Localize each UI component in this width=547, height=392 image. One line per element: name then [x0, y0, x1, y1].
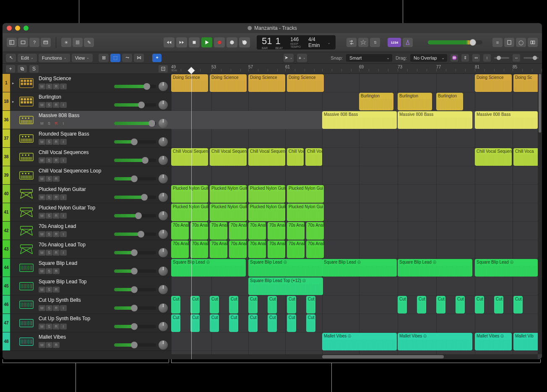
mute-button[interactable]: M — [39, 84, 45, 89]
region[interactable]: Cut — [229, 296, 238, 314]
track-header-row[interactable]: 37 Rounded Square Bass M S R I — [3, 129, 171, 148]
region[interactable]: Mallet Vibes ⦾ — [475, 333, 512, 350]
pan-knob[interactable] — [159, 248, 168, 257]
pan-knob[interactable] — [159, 82, 168, 91]
region-row[interactable]: Plucked Nylon GuitPlucked Nylon GuitPluc… — [171, 185, 542, 203]
horizontal-zoom-button[interactable]: ⇔ — [472, 54, 480, 62]
region[interactable]: Plucked Nylon Guit — [210, 185, 247, 203]
region[interactable]: Cut — [436, 296, 445, 314]
left-tool[interactable]: +⌄ — [297, 54, 307, 62]
lcd-dropdown-icon[interactable]: ⌄ — [327, 40, 331, 45]
record-enable-button[interactable]: R — [53, 194, 60, 200]
track-icon[interactable] — [16, 332, 37, 350]
editor-button[interactable]: ✎ — [84, 38, 94, 47]
region-row[interactable]: BurlingtonBurlingtonBurlington — [171, 92, 542, 111]
region-row[interactable]: Doing ScienceDoing ScienceDoing ScienceD… — [171, 74, 542, 92]
track-name[interactable]: Cut Up Synth Bells — [39, 297, 168, 303]
solo-button[interactable]: S — [46, 268, 52, 274]
track-number[interactable]: 36 — [3, 111, 10, 129]
volume-slider[interactable] — [114, 122, 156, 125]
pan-knob[interactable] — [159, 119, 168, 128]
region[interactable]: Square Blip Lead ⦾ — [248, 259, 323, 277]
track-name[interactable]: Massive 808 Bass — [39, 112, 168, 118]
record-enable-button[interactable]: R — [53, 84, 60, 89]
back-button[interactable]: ↖ — [6, 54, 16, 62]
region[interactable]: Cut — [190, 296, 200, 314]
track-header-row[interactable]: 39 Chill Vocal Sequences Loop M S R — [3, 166, 171, 185]
track-name[interactable]: Chill Vocal Sequences — [39, 149, 168, 155]
vertical-scrollbar[interactable] — [538, 74, 542, 354]
region[interactable]: Cut — [287, 296, 296, 314]
pan-knob[interactable] — [159, 100, 168, 110]
metronome-button[interactable] — [403, 38, 413, 47]
input-monitor-button[interactable]: I — [60, 139, 67, 145]
loop-browser-button[interactable]: ◯ — [516, 38, 526, 47]
track-name[interactable]: 70s Analog Lead — [39, 223, 168, 229]
track-icon[interactable] — [16, 92, 37, 110]
notepad-button[interactable] — [504, 38, 514, 47]
volume-slider[interactable] — [114, 85, 156, 88]
region[interactable]: Chill Vocal Sequen — [210, 148, 247, 166]
region[interactable]: 70s Anal — [210, 222, 227, 240]
region-row[interactable]: CutCutCutCutCutCutCutCut — [171, 314, 542, 332]
region[interactable]: Doing Science — [475, 74, 512, 92]
disclosure-icon[interactable]: ▸ — [10, 92, 16, 110]
pan-knob[interactable] — [159, 322, 168, 331]
region[interactable]: Cut — [229, 314, 238, 332]
minimize-window-button[interactable] — [15, 26, 20, 31]
region[interactable]: Cut — [248, 314, 258, 332]
region-row[interactable]: Mallet Vibes ⦾Mallet Vibes ⦾Mallet Vibes… — [171, 332, 542, 351]
region[interactable]: Mallet Vibes ⦾ — [322, 333, 397, 350]
volume-slider[interactable] — [114, 103, 156, 107]
catch-playhead-button[interactable]: ✦ — [152, 54, 161, 62]
solo-button[interactable]: S — [46, 213, 52, 219]
region[interactable]: Chill Voc — [305, 148, 322, 166]
volume-slider[interactable] — [114, 233, 156, 236]
solo-button[interactable]: S — [46, 157, 52, 163]
record-enable-button[interactable]: R — [53, 120, 60, 126]
region[interactable]: 70s Anal — [190, 222, 208, 240]
record-enable-button[interactable]: R — [53, 250, 60, 256]
position-bar[interactable]: 51 — [262, 36, 272, 47]
mute-button[interactable]: M — [39, 120, 45, 126]
horizontal-zoom-slider[interactable] — [524, 57, 539, 59]
track-header-row[interactable]: 45 Square Blip Lead Top M S R — [3, 277, 171, 295]
region[interactable]: Chill Vocal Sequen — [248, 148, 285, 166]
input-monitor-button[interactable]: I — [60, 231, 67, 237]
disclosure-icon[interactable]: ▸ — [10, 74, 16, 92]
track-number[interactable]: 43 — [3, 240, 10, 258]
track-icon[interactable] — [16, 277, 37, 295]
waveform-zoom-button[interactable]: ♒ — [451, 54, 458, 62]
solo-button[interactable]: S — [46, 139, 52, 145]
region-row[interactable] — [171, 129, 542, 148]
region[interactable]: Doing Science — [210, 74, 247, 92]
region[interactable]: Cut — [248, 296, 258, 314]
region-row[interactable]: Plucked Nylon GuitPlucked Nylon GuitPluc… — [171, 203, 542, 222]
track-number[interactable]: 42 — [3, 222, 10, 240]
pan-knob[interactable] — [159, 211, 168, 220]
horizontal-scrollbar[interactable] — [171, 354, 538, 359]
solo-button[interactable]: S — [46, 324, 52, 329]
region-row[interactable]: Chill Vocal SequenChill Vocal SequenChil… — [171, 148, 542, 166]
track-header-row[interactable]: 48 Mallet Vibes M S R — [3, 332, 171, 351]
input-monitor-button[interactable]: I — [60, 213, 67, 219]
pan-knob[interactable] — [159, 340, 168, 350]
snap-select[interactable]: Smart — [346, 54, 392, 62]
position-beat[interactable]: 1 — [275, 36, 280, 47]
region[interactable]: Square Blip Lead ⦾ — [171, 259, 246, 277]
track-header-row[interactable]: 42 70s Analog Lead M S R I — [3, 222, 171, 240]
lcd-display[interactable]: 51 1 BARBEAT 146 KEEP TEMPO 4/4 Emin ⌄ — [257, 35, 336, 50]
zoom-v-icon[interactable]: ↕ — [483, 54, 491, 62]
region[interactable]: Plucked Nylon Guit — [210, 204, 247, 221]
solo-button[interactable]: S — [46, 194, 52, 200]
mute-button[interactable]: M — [39, 213, 45, 219]
solo-button[interactable]: S — [46, 120, 52, 126]
record-enable-button[interactable]: R — [53, 305, 60, 311]
mute-button[interactable]: M — [39, 250, 45, 256]
ruler[interactable]: Em 495357616973778185 — [171, 64, 542, 74]
mute-button[interactable]: M — [39, 176, 45, 182]
region[interactable]: Plucked Nylon Guit — [171, 185, 208, 203]
record-enable-button[interactable]: R — [53, 231, 60, 237]
edit-menu[interactable]: Edit⌄ — [18, 54, 37, 62]
track-number[interactable]: 41 — [3, 203, 10, 221]
